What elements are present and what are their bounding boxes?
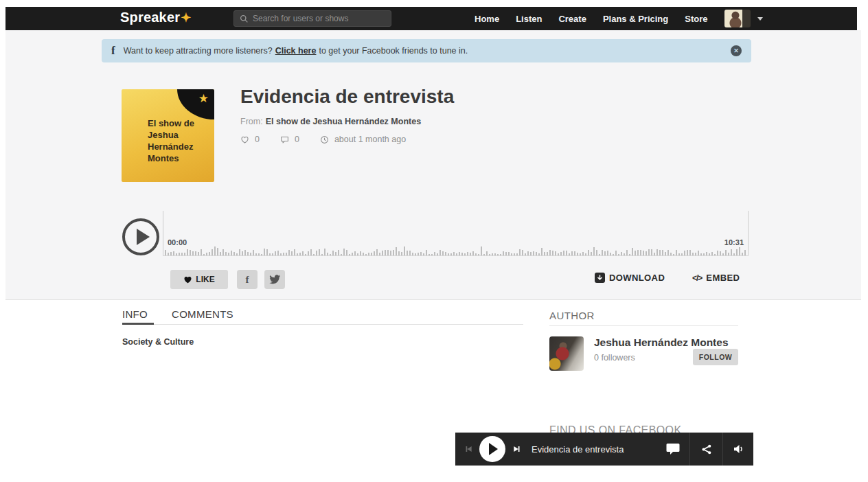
waveform-seekbar[interactable]: 00:00 10:31 [163, 211, 749, 256]
banner-close-icon[interactable]: ✕ [731, 45, 742, 56]
facebook-f-icon: f [246, 274, 249, 286]
share-twitter-button[interactable] [264, 270, 285, 289]
embed-label: EMBED [706, 273, 740, 283]
banner-text-after: to get your Facebook friends to tune in. [319, 46, 468, 56]
skip-next-icon[interactable] [512, 444, 522, 454]
page: Spreaker✦ Home Listen Create Plans & Pri… [0, 0, 868, 482]
comment-count: 0 [295, 135, 299, 144]
waveform-start-marker [163, 211, 163, 255]
play-icon [137, 229, 150, 245]
logo-star-icon: ✦ [181, 11, 191, 25]
download-icon [595, 273, 605, 283]
waveform-bars[interactable] [165, 244, 747, 255]
from-label: From: [240, 117, 263, 126]
nav-item-plans-pricing[interactable]: Plans & Pricing [603, 14, 668, 24]
code-icon: </> [692, 273, 702, 283]
user-avatar[interactable] [724, 10, 751, 27]
episode-category[interactable]: Society & Culture [122, 337, 194, 347]
author-heading: AUTHOR [549, 310, 595, 321]
episode-cover-art[interactable]: El show de Jeshua Hernández Montes ★ [122, 89, 214, 182]
mini-player-divider [722, 433, 723, 466]
mini-player-title: Evidencia de entrevista [532, 444, 624, 455]
nav-item-home[interactable]: Home [475, 14, 499, 24]
share-facebook-button[interactable]: f [237, 270, 258, 289]
mini-share-icon[interactable] [700, 443, 713, 456]
skip-previous-icon[interactable] [464, 444, 473, 454]
search-box[interactable] [233, 10, 391, 27]
twitter-icon [269, 275, 280, 284]
author-avatar[interactable] [549, 336, 584, 371]
tabs-divider [122, 324, 523, 325]
top-navbar: Spreaker✦ Home Listen Create Plans & Pri… [5, 7, 857, 30]
comment-outline-icon [280, 135, 289, 144]
episode-from-row: From:El show de Jeshua Hernández Montes [240, 117, 421, 126]
nav-item-listen[interactable]: Listen [516, 14, 542, 24]
author-name[interactable]: Jeshua Hernández Montes [594, 336, 729, 349]
download-button[interactable]: DOWNLOAD [595, 273, 665, 283]
facebook-promo-banner: f Want to keep attracting more listeners… [102, 39, 751, 62]
episode-title: Evidencia de entrevista [240, 86, 454, 108]
published-ago: about 1 month ago [334, 135, 406, 144]
tab-comments[interactable]: COMMENTS [172, 308, 233, 320]
cover-corner-badge: ★ [177, 89, 214, 119]
facebook-icon: f [111, 44, 115, 58]
author-followers: 0 followers [594, 353, 635, 363]
download-label: DOWNLOAD [609, 273, 665, 283]
nav-item-store[interactable]: Store [685, 14, 707, 24]
play-button[interactable] [122, 218, 159, 255]
like-count: 0 [255, 135, 260, 144]
show-name-link[interactable]: El show de Jeshua Hernández Montes [266, 117, 421, 126]
episode-stats-row: 0 0 about 1 month ago [240, 135, 406, 144]
heart-filled-icon [183, 275, 192, 284]
mini-play-button[interactable] [479, 436, 505, 462]
duration-label: 10:31 [724, 238, 744, 246]
mini-comment-icon[interactable] [666, 443, 680, 455]
active-tab-underline [122, 323, 154, 325]
banner-click-here-link[interactable]: Click here [275, 46, 317, 56]
like-button-label: LIKE [196, 275, 214, 284]
nav-links: Home Listen Create Plans & Pricing Store [475, 7, 763, 30]
banner-text-before: Want to keep attracting more listeners? [124, 46, 273, 56]
mini-volume-icon[interactable] [732, 443, 744, 455]
tab-info[interactable]: INFO [122, 308, 148, 320]
heart-outline-icon [240, 135, 249, 144]
search-input[interactable] [253, 14, 385, 23]
cover-show-title: El show de Jeshua Hernández Montes [148, 118, 211, 165]
like-button[interactable]: LIKE [170, 270, 228, 289]
clock-icon [320, 135, 329, 144]
logo-text: Spreaker [120, 10, 180, 25]
chevron-down-icon[interactable] [757, 17, 763, 21]
waveform-end-marker [748, 211, 749, 255]
spreaker-logo[interactable]: Spreaker✦ [120, 10, 192, 25]
mini-play-icon [489, 443, 498, 455]
search-icon [240, 14, 249, 23]
nav-item-create[interactable]: Create [558, 14, 586, 24]
mini-player-divider [689, 433, 690, 466]
current-time-label: 00:00 [168, 238, 187, 246]
cover-star-icon: ★ [198, 91, 209, 106]
author-divider [549, 325, 738, 326]
embed-button[interactable]: </> EMBED [692, 273, 740, 283]
follow-button[interactable]: FOLLOW [693, 349, 738, 365]
mini-player-bar: Evidencia de entrevista [455, 433, 753, 466]
